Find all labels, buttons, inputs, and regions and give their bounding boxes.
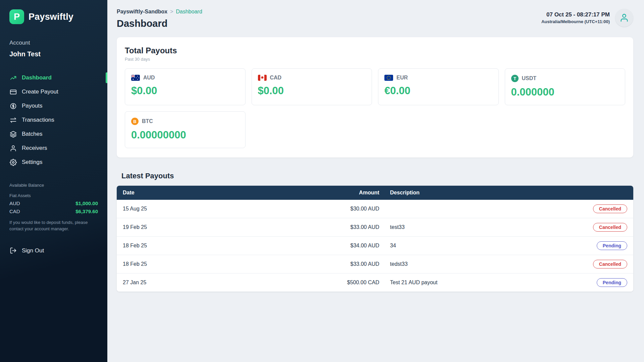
- payout-date: 18 Feb 25: [117, 255, 334, 274]
- balance-amount: $1,000.00: [75, 200, 98, 206]
- table-row[interactable]: 19 Feb 25 $33.00 AUD test33 Cancelled: [117, 218, 633, 237]
- column-header-date: Date: [117, 186, 334, 200]
- status-badge: Cancelled: [593, 260, 627, 268]
- sidebar-item-label: Payouts: [22, 103, 42, 109]
- balance-row-aud: AUD $1,000.00: [9, 200, 98, 206]
- eu-flag-icon: [384, 75, 393, 81]
- currency-total: $0.00: [131, 85, 239, 97]
- column-header-amount: Amount: [334, 186, 385, 200]
- brand-name: Payswiftly: [29, 12, 73, 22]
- breadcrumb-root-link[interactable]: Payswiftly-Sandbox: [117, 9, 167, 15]
- currency-card-usdt: T USDT 0.000000: [505, 68, 626, 105]
- btc-coin-icon: B: [131, 118, 139, 125]
- column-header-description: Description: [385, 186, 561, 200]
- sidebar-item-payouts[interactable]: Payouts: [0, 99, 107, 113]
- user-name: John Test: [0, 50, 107, 58]
- sidebar-item-label: Receivers: [22, 145, 47, 152]
- payout-date: 19 Feb 25: [117, 218, 334, 237]
- table-header-row: Date Amount Description: [117, 186, 633, 200]
- sidebar-item-transactions[interactable]: Transactions: [0, 113, 107, 127]
- payout-amount: $34.00 AUD: [334, 237, 385, 255]
- latest-payouts-table: Date Amount Description 15 Aug 25 $30.00…: [117, 186, 633, 292]
- currency-code: EUR: [396, 75, 408, 81]
- status-badge: Pending: [597, 241, 627, 250]
- payout-description: tedst33: [385, 255, 561, 274]
- payout-description: test33: [385, 218, 561, 237]
- currency-code: USDT: [522, 75, 537, 81]
- currency-card-aud: AUD $0.00: [125, 68, 246, 105]
- currency-total: $0.00: [258, 85, 366, 97]
- latest-payouts-title: Latest Payouts: [121, 172, 633, 180]
- breadcrumb-separator: >: [170, 9, 173, 15]
- brand-logo[interactable]: P Payswiftly: [0, 9, 107, 24]
- sidebar-item-label: Batches: [22, 131, 42, 137]
- available-balance-label: Available Balance: [9, 183, 98, 188]
- total-payouts-subtitle: Past 30 days: [125, 57, 625, 62]
- table-row[interactable]: 15 Aug 25 $30.00 AUD Cancelled: [117, 200, 633, 218]
- currency-card-grid: AUD $0.00 CAD $0.00 EUR €0.00: [125, 68, 625, 148]
- balance-currency: AUD: [9, 200, 20, 206]
- currency-total: €0.00: [384, 85, 492, 97]
- status-badge: Pending: [597, 278, 627, 287]
- currency-card-cad: CAD $0.00: [252, 68, 372, 105]
- payout-date: 27 Jan 25: [117, 274, 334, 292]
- fiat-assets-label: Fiat Assets: [9, 193, 98, 198]
- dollar-circle-icon: [9, 102, 17, 110]
- svg-text:T: T: [514, 76, 516, 81]
- currency-code: AUD: [143, 75, 155, 81]
- currency-total: 0.00000000: [131, 129, 239, 141]
- page-title: Dashboard: [117, 18, 202, 29]
- payout-amount: $33.00 AUD: [334, 218, 385, 237]
- card-icon: [9, 88, 17, 96]
- sidebar-item-label: Settings: [22, 159, 42, 166]
- payout-description: Test 21 AUD payout: [385, 274, 561, 292]
- sign-out-button[interactable]: Sign Out: [0, 244, 107, 258]
- sign-out-label: Sign Out: [22, 247, 44, 254]
- table-row[interactable]: 27 Jan 25 $500.00 CAD Test 21 AUD payout…: [117, 274, 633, 292]
- sidebar-item-settings[interactable]: Settings: [0, 155, 107, 169]
- payout-description: [385, 200, 561, 218]
- sidebar-nav: Dashboard Create Payout Payouts Transact…: [0, 71, 107, 169]
- account-label: Account: [0, 40, 107, 46]
- deposit-note: If you would like to deposit funds, plea…: [9, 220, 98, 232]
- logout-icon: [9, 247, 17, 254]
- breadcrumb-current-link[interactable]: Dashboard: [176, 9, 202, 15]
- status-badge: Cancelled: [593, 223, 627, 232]
- payout-date: 18 Feb 25: [117, 237, 334, 255]
- balance-row-cad: CAD $6,379.60: [9, 208, 98, 214]
- balance-amount: $6,379.60: [75, 208, 98, 214]
- usdt-coin-icon: T: [511, 75, 519, 82]
- trending-up-icon: [9, 74, 17, 81]
- column-header-status: [561, 186, 633, 200]
- currency-code: CAD: [270, 75, 282, 81]
- payout-date: 15 Aug 25: [117, 200, 334, 218]
- table-row[interactable]: 18 Feb 25 $34.00 AUD 34 Pending: [117, 237, 633, 255]
- australia-flag-icon: [131, 75, 140, 81]
- payout-amount: $30.00 AUD: [334, 200, 385, 218]
- transfer-arrows-icon: [9, 116, 17, 124]
- clock: 07 Oct 25 - 08:27:17 PM Australia/Melbou…: [541, 11, 610, 24]
- table-row[interactable]: 18 Feb 25 $33.00 AUD tedst33 Cancelled: [117, 255, 633, 274]
- sidebar-item-create-payout[interactable]: Create Payout: [0, 85, 107, 99]
- breadcrumb: Payswiftly-Sandbox > Dashboard: [117, 9, 202, 15]
- sidebar-item-label: Dashboard: [22, 74, 52, 81]
- sidebar-item-label: Transactions: [22, 117, 54, 123]
- clock-timezone: Australia/Melbourne (UTC+11:00): [541, 19, 610, 24]
- sidebar-item-dashboard[interactable]: Dashboard: [0, 71, 107, 85]
- person-icon: [620, 13, 629, 22]
- svg-text:B: B: [133, 119, 136, 124]
- total-payouts-title: Total Payouts: [125, 46, 625, 55]
- sidebar-item-label: Create Payout: [22, 88, 58, 95]
- user-avatar-button[interactable]: [615, 9, 633, 27]
- gear-icon: [9, 159, 17, 166]
- sidebar: P Payswiftly Account John Test Dashboard…: [0, 0, 107, 362]
- payout-amount: $33.00 AUD: [334, 255, 385, 274]
- person-icon: [9, 144, 17, 152]
- currency-code: BTC: [142, 118, 153, 124]
- balance-section: Available Balance Fiat Assets AUD $1,000…: [0, 183, 107, 232]
- status-badge: Cancelled: [593, 204, 627, 213]
- clock-datetime: 07 Oct 25 - 08:27:17 PM: [541, 11, 610, 18]
- sidebar-item-receivers[interactable]: Receivers: [0, 141, 107, 155]
- sidebar-item-batches[interactable]: Batches: [0, 127, 107, 141]
- canada-flag-icon: [258, 75, 267, 81]
